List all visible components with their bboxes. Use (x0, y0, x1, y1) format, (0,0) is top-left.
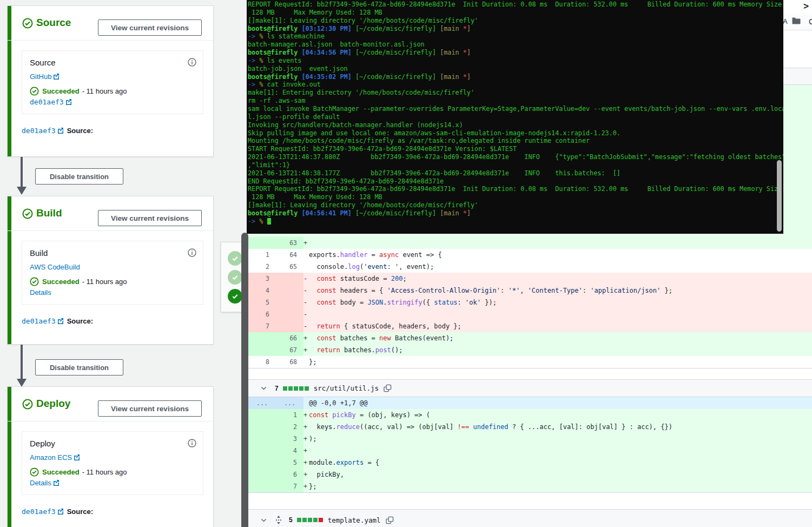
action-card: Deploy Amazon ECS Succeeded - 11 hours a… (22, 431, 203, 495)
terminal-line: -> % ls statemachine (248, 32, 783, 41)
code-text: exports.handler = async event => { (309, 249, 812, 261)
old-line-number[interactable]: 7 (248, 320, 276, 332)
collapse-arrow-icon[interactable]: > (803, 1, 809, 11)
provider-link[interactable]: AWS CodeBuild (30, 263, 80, 271)
chevron-down-icon[interactable] (260, 385, 267, 392)
diff-code-row: 7- return { statusCode, headers, body }; (248, 320, 812, 332)
code-text: ); (309, 433, 812, 445)
new-line-number[interactable] (276, 308, 303, 320)
old-line-number[interactable]: 4 (248, 285, 276, 297)
diff-code-row: 4+ (248, 445, 812, 457)
code-text (309, 237, 812, 249)
diffstat-add-block (283, 386, 287, 391)
new-line-number[interactable]: 5 (276, 457, 303, 469)
external-link-icon (57, 318, 64, 324)
revision-hash-link[interactable]: de01aef3 (22, 508, 56, 516)
new-line-number[interactable]: 3 (276, 433, 303, 445)
terminal-line: 128 MB Max Memory Used: 128 MB (248, 9, 783, 17)
info-icon[interactable] (188, 248, 196, 257)
status-time: - 11 hours ago (82, 468, 127, 476)
new-line-number[interactable]: 68 (276, 356, 303, 368)
diff-sign: - (303, 320, 309, 332)
diffstat-blocks (297, 518, 323, 522)
copy-icon[interactable] (386, 516, 394, 524)
new-line-number[interactable]: 64 (276, 249, 303, 261)
stage-card-source: Source View current revisions Source Git… (7, 5, 214, 157)
terminal-line: END RequestId: bb2f7349-39e6-472a-bd69-2… (248, 177, 783, 186)
old-line-number[interactable] (248, 332, 276, 344)
terminal-line: -> % cat invoke.out (248, 81, 783, 89)
terminal-line: rm -rf .aws-sam (248, 97, 783, 105)
provider-link[interactable]: Amazon ECS (30, 453, 72, 462)
old-line-number[interactable]: 6 (248, 308, 276, 320)
diff-code-row: 6- (248, 308, 812, 320)
external-link-icon (53, 479, 60, 486)
external-link-icon (65, 98, 72, 105)
new-line-number[interactable]: ... (276, 397, 303, 409)
old-line-number[interactable]: 2 (248, 261, 276, 273)
drag-handle-icon[interactable] (275, 516, 282, 524)
pipeline-panel: Source View current revisions Source Git… (0, 0, 248, 527)
new-line-number[interactable] (276, 297, 303, 308)
view-current-revisions-button[interactable]: View current revisions (98, 210, 202, 226)
old-line-number[interactable]: 3 (248, 273, 276, 285)
old-line-number[interactable] (248, 480, 276, 492)
new-line-number[interactable]: 66 (276, 332, 303, 344)
succeeded-check-icon (30, 277, 39, 286)
old-line-number[interactable]: 8 (248, 356, 276, 368)
old-line-number[interactable] (248, 469, 276, 480)
terminal-line: -> % ls events (248, 57, 783, 65)
new-line-number[interactable]: 67 (276, 344, 303, 356)
terminal-window[interactable]: REPORT RequestId: bb2f7349-39e6-472a-bd6… (247, 0, 783, 234)
old-line-number[interactable]: 1 (248, 249, 276, 261)
diff-sign: - (303, 297, 309, 308)
copy-icon[interactable] (384, 384, 392, 392)
new-line-number[interactable] (276, 285, 303, 297)
diff-sign (303, 356, 309, 368)
old-line-number[interactable] (248, 457, 276, 469)
external-link-icon (57, 127, 64, 134)
new-line-number[interactable]: 7 (276, 480, 303, 492)
new-line-number[interactable]: 6 (276, 469, 303, 480)
view-current-revisions-button[interactable]: View current revisions (98, 19, 202, 36)
terminal-line: Skip pulling image and use local one: am… (248, 129, 783, 137)
old-line-number[interactable]: 5 (248, 297, 276, 308)
folder-icon[interactable] (792, 17, 801, 24)
new-line-number[interactable]: 4 (276, 445, 303, 457)
old-line-number[interactable] (248, 237, 276, 249)
info-icon[interactable] (188, 439, 196, 447)
new-line-number[interactable] (276, 320, 303, 332)
new-line-number[interactable] (276, 273, 303, 285)
new-line-number[interactable]: 1 (276, 409, 303, 421)
action-detail-link[interactable]: de01aef3 (30, 98, 64, 106)
revision-hash-link[interactable]: de01aef3 (22, 317, 56, 325)
old-line-number[interactable] (248, 421, 276, 433)
old-line-number[interactable] (248, 433, 276, 445)
new-line-number[interactable]: 2 (276, 421, 303, 433)
provider-link[interactable]: GitHub (30, 73, 51, 81)
chevron-down-icon[interactable] (260, 517, 267, 524)
disable-transition-button[interactable]: Disable transition (35, 168, 123, 185)
code-text: }; (309, 480, 812, 492)
old-line-number[interactable]: ... (248, 397, 276, 409)
action-detail-link[interactable]: Details (30, 479, 51, 487)
action-card: Build AWS CodeBuild Succeeded - 11 hours… (22, 241, 203, 305)
info-icon[interactable] (188, 58, 196, 67)
view-current-revisions-button[interactable]: View current revisions (98, 400, 202, 417)
diff-code-row: 5+module.exports = { (248, 457, 812, 469)
old-line-number[interactable] (248, 445, 276, 457)
action-detail-link[interactable]: Details (30, 288, 51, 297)
old-line-number[interactable] (248, 409, 276, 421)
code-text: const headers = { 'Access-Control-Allow-… (309, 285, 812, 297)
new-line-number[interactable]: 63 (276, 237, 303, 249)
revision-hash-link[interactable]: de01aef3 (22, 127, 56, 135)
old-line-number[interactable] (248, 344, 276, 356)
diff-vertical-scrollbar[interactable] (241, 233, 248, 527)
terminal-scrollbar[interactable] (777, 160, 782, 232)
diff-sign: - (303, 285, 309, 297)
diff-sign: - (303, 308, 309, 320)
new-line-number[interactable]: 65 (276, 261, 303, 273)
diff-sign: + (303, 332, 309, 344)
diffstat-add-block (305, 386, 309, 391)
disable-transition-button[interactable]: Disable transition (35, 359, 123, 376)
